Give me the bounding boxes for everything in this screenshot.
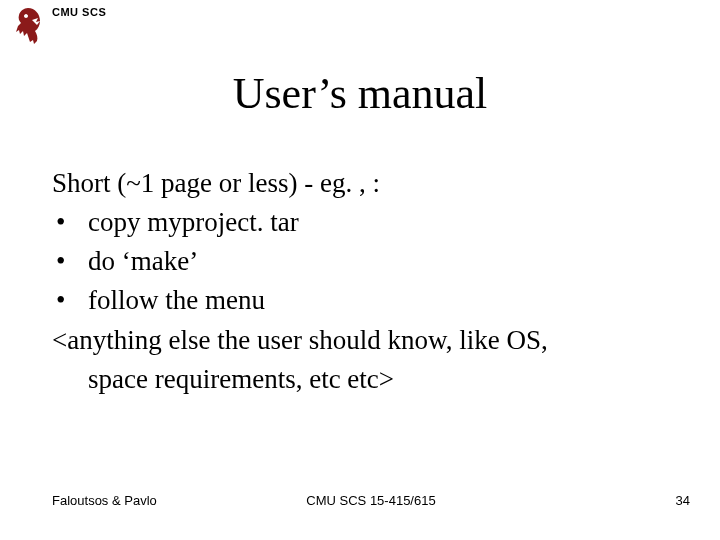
list-item: do ‘make’ (52, 242, 680, 281)
note-line-2: space requirements, etc etc> (52, 360, 680, 399)
list-item: follow the menu (52, 281, 680, 320)
intro-text: Short (~1 page or less) - eg. , : (52, 164, 680, 203)
cmu-griffin-logo-icon (10, 6, 46, 48)
footer-authors: Faloutsos & Pavlo (52, 493, 265, 508)
note-text: <anything else the user should know, lik… (52, 321, 680, 399)
bullet-list: copy myproject. tar do ‘make’ follow the… (52, 203, 680, 320)
note-line-1: <anything else the user should know, lik… (52, 325, 548, 355)
list-item: copy myproject. tar (52, 203, 680, 242)
slide-footer: Faloutsos & Pavlo CMU SCS 15-415/615 34 (52, 493, 690, 508)
header-label: CMU SCS (52, 6, 106, 18)
slide-title: User’s manual (0, 68, 720, 119)
slide-content: Short (~1 page or less) - eg. , : copy m… (52, 164, 680, 399)
footer-page-number: 34 (477, 493, 690, 508)
footer-course: CMU SCS 15-415/615 (265, 493, 478, 508)
slide-header: CMU SCS (10, 6, 106, 48)
